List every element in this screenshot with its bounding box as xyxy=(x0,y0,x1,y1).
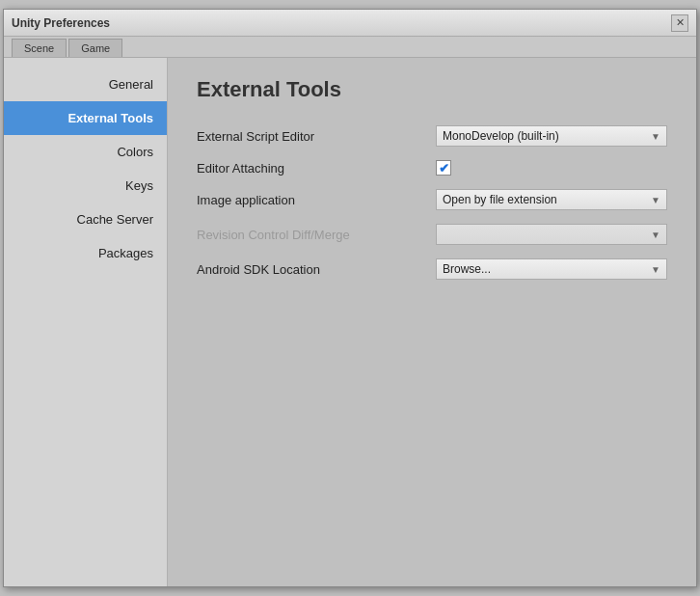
script-editor-dropdown[interactable]: MonoDevelop (built-in) ▼ xyxy=(436,125,667,147)
sidebar-item-colors[interactable]: Colors xyxy=(4,135,167,169)
tab-game[interactable]: Game xyxy=(68,39,122,57)
script-editor-value: MonoDevelop (built-in) xyxy=(443,129,559,143)
script-editor-control: MonoDevelop (built-in) ▼ xyxy=(436,125,667,147)
image-application-control: Open by file extension ▼ xyxy=(436,189,667,210)
editor-attaching-control: ✔ xyxy=(436,160,667,176)
android-sdk-dropdown[interactable]: Browse... ▼ xyxy=(436,258,667,280)
checkbox-check-mark: ✔ xyxy=(439,161,449,176)
revision-control-arrow: ▼ xyxy=(651,230,660,240)
sidebar-item-keys[interactable]: Keys xyxy=(4,169,167,203)
android-sdk-arrow: ▼ xyxy=(651,264,660,275)
android-sdk-label: Android SDK Location xyxy=(197,262,420,277)
image-application-dropdown[interactable]: Open by file extension ▼ xyxy=(436,189,667,210)
window-title: Unity Preferences xyxy=(12,16,110,30)
script-editor-arrow: ▼ xyxy=(651,131,660,142)
revision-control-control: ▼ xyxy=(436,224,667,245)
unity-preferences-window: Unity Preferences ✕ Scene Game General E… xyxy=(3,9,697,587)
script-editor-label: External Script Editor xyxy=(197,129,420,144)
android-sdk-control: Browse... ▼ xyxy=(436,258,667,280)
image-application-value: Open by file extension xyxy=(443,193,557,206)
editor-attaching-label: Editor Attaching xyxy=(197,161,420,176)
sidebar-item-general[interactable]: General xyxy=(4,68,167,101)
sidebar-item-packages[interactable]: Packages xyxy=(4,236,167,270)
editor-attaching-checkbox-container: ✔ xyxy=(436,160,451,176)
sidebar-item-external-tools[interactable]: External Tools xyxy=(4,101,167,135)
content-area: General External Tools Colors Keys Cache… xyxy=(4,58,696,586)
sidebar: General External Tools Colors Keys Cache… xyxy=(4,58,168,586)
revision-control-dropdown[interactable]: ▼ xyxy=(436,224,667,245)
settings-grid: External Script Editor MonoDevelop (buil… xyxy=(197,125,667,280)
tab-bar: Scene Game xyxy=(4,37,696,58)
revision-control-label: Revision Control Diff/Merge xyxy=(197,228,420,242)
android-sdk-value: Browse... xyxy=(443,262,491,276)
sidebar-item-cache-server[interactable]: Cache Server xyxy=(4,203,167,236)
tab-scene[interactable]: Scene xyxy=(12,39,67,57)
main-panel: External Tools External Script Editor Mo… xyxy=(168,58,696,586)
image-application-label: Image application xyxy=(197,193,420,207)
panel-title: External Tools xyxy=(197,77,667,102)
title-bar-left: Unity Preferences xyxy=(12,16,110,30)
editor-attaching-checkbox[interactable]: ✔ xyxy=(436,160,451,176)
title-bar: Unity Preferences ✕ xyxy=(4,10,696,37)
image-application-arrow: ▼ xyxy=(651,195,660,205)
close-button[interactable]: ✕ xyxy=(671,14,688,32)
